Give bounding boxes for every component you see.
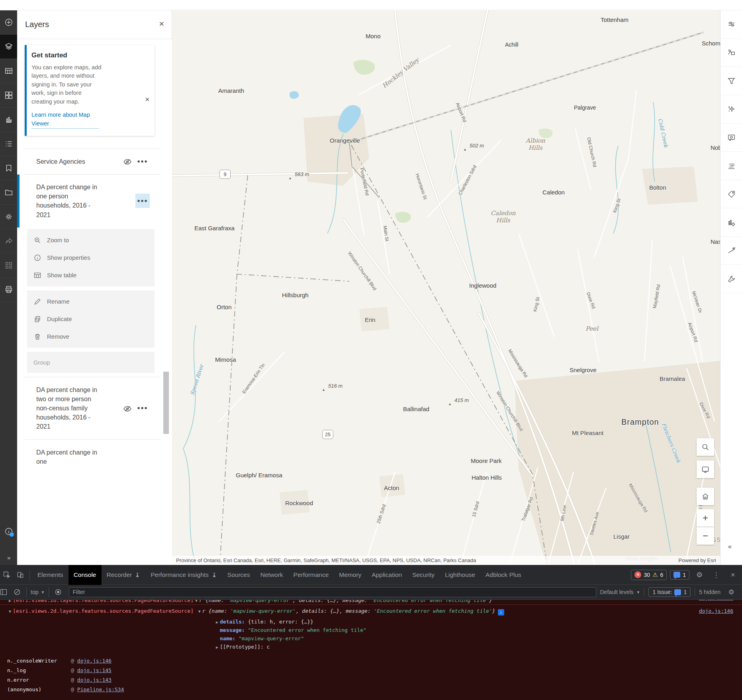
scrollbar-thumb[interactable] [163,372,169,434]
eye-slash-icon[interactable] [123,157,132,168]
menu-item-rename[interactable]: Rename [27,293,155,310]
toolbar-item-effects[interactable] [720,95,742,124]
sidebar-item-bookmarks[interactable] [0,156,17,180]
toolbar-item-popups[interactable] [720,124,742,152]
sidebar-item-share[interactable] [0,229,17,253]
toolbar-item-filter[interactable] [720,67,742,95]
menu-item-remove[interactable]: Remove [27,328,155,345]
layer-item[interactable]: Service Agencies••• [17,149,172,174]
devtools-tab-adblock-plus[interactable]: Adblock Plus [480,565,527,585]
devtools-tab-memory[interactable]: Memory [334,565,366,585]
sidebar-item-add[interactable] [0,10,17,35]
layer-item[interactable]: DA percent change in two or more person … [17,377,172,439]
toolbar-item-styles[interactable] [720,39,742,67]
menu-item-show-table[interactable]: Show table [27,267,155,284]
sidebar-item-basemap[interactable] [0,83,17,108]
live-expression-icon[interactable] [51,585,65,599]
source-link[interactable]: dojo.js:146 [699,608,733,614]
stack-source-link[interactable]: Pipeline.js:534 [77,686,124,692]
filter-placeholder: Filter [72,589,85,595]
devtools-tab-sources[interactable]: Sources [222,565,255,585]
context-selector[interactable]: top ▼ [29,589,46,595]
get-started-dismiss-button[interactable]: ✕ [145,96,150,103]
map-label: 415 m [454,397,469,403]
console-object-property: ▶message: "Encountered error when fetchi… [0,625,742,633]
layer-options-button[interactable]: ••• [135,154,150,169]
menu-item-show-properties[interactable]: Show properties [27,249,155,267]
console-sidebar-icon[interactable] [0,585,10,599]
map-label: Amaranth [218,87,244,94]
duplicate-icon [33,315,41,323]
toolbar-item-properties[interactable] [720,10,742,39]
toolbar-item-chart-config[interactable] [720,208,742,237]
devtools-tab-performance-insights[interactable]: Performance insights [145,565,222,585]
devtools-tab-recorder[interactable]: Recorder [102,565,146,585]
console-object-property[interactable]: ▶details: {tile: h, error: {…}} [0,616,742,625]
legend-icon [4,139,13,148]
sidebar-expand-button[interactable]: » [0,551,17,563]
map-label: ▲ [288,176,292,180]
panel-scrollbar[interactable] [163,71,169,565]
console-settings-icon[interactable]: ⚙ [724,585,738,599]
devtools-tab-security[interactable]: Security [407,565,440,585]
layer-item[interactable]: DA percent change in one [17,440,172,474]
sidebar-item-tables[interactable] [0,59,17,83]
error-count: 30 [644,572,650,578]
right-toolbar-collapse-button[interactable]: « [728,543,731,550]
info-badge-icon[interactable]: i [498,609,504,616]
sidebar-item-apps[interactable] [0,253,17,278]
devtools-menu-icon[interactable]: ⋮ [709,568,723,582]
stack-source-link[interactable]: dojo.js:143 [77,677,112,683]
console-status-badge[interactable]: ✕ 30 ⚠ 6 [631,570,667,580]
console-error-row[interactable]: ▼[esri.views.2d.layers.features.sources.… [0,605,742,616]
sidebar-item-save[interactable] [0,180,17,205]
sidebar-item-layers[interactable] [0,35,17,59]
map-label: Tottenham [601,16,628,23]
source-link[interactable]: dojo.js:146 [699,600,733,601]
monitor-icon [701,465,709,473]
devtools-tab-console[interactable]: Console [69,565,102,585]
layer-options-button[interactable]: ••• [135,401,150,416]
stack-source-link[interactable]: dojo.js:146 [77,658,112,664]
map-home-button[interactable] [697,488,714,505]
log-levels-selector[interactable]: Default levels ▼ [600,589,640,595]
eye-slash-icon[interactable] [123,404,132,415]
clear-console-icon[interactable] [10,585,24,599]
console-object-property[interactable]: ▶[[Prototype]]: c [0,641,742,650]
devtools-tab-application[interactable]: Application [366,565,407,585]
toolbar-item-labels[interactable] [720,152,742,180]
zoom-in-button[interactable]: + [697,509,714,527]
map-label: Halton Hills [472,474,502,481]
toolbar-item-fields[interactable] [720,180,742,208]
devtools-close-icon[interactable]: ✕ [726,568,740,582]
devtools-tab-elements[interactable]: Elements [32,565,69,585]
layer-item[interactable]: DA percent change in one person househol… [17,175,172,227]
devtools-settings-icon[interactable]: ⚙ [693,568,706,582]
devtools-tab-performance[interactable]: Performance [288,565,334,585]
panel-close-button[interactable]: ✕ [159,20,164,28]
devtools-tab-network[interactable]: Network [255,565,288,585]
notifications-button[interactable] [0,524,17,539]
issues-badge[interactable]: 1 [670,570,689,580]
gear-icon [4,212,13,221]
map-screen-button[interactable] [697,461,714,478]
console-filter-input[interactable]: Filter [69,587,596,597]
sidebar-item-legend[interactable] [0,132,17,156]
devtools-tab-lighthouse[interactable]: Lighthouse [440,565,480,585]
toolbar-item-analysis[interactable] [720,265,742,293]
menu-item-zoom-to[interactable]: Zoom to [27,231,155,249]
layer-options-button[interactable]: ••• [135,194,150,208]
map-search-button[interactable] [697,438,714,456]
zoom-out-button[interactable]: − [697,527,714,545]
device-toolbar-icon[interactable] [14,568,27,582]
stack-source-link[interactable]: dojo.js:145 [77,667,112,673]
sidebar-item-map-properties[interactable] [0,205,17,229]
sidebar-item-print[interactable] [0,278,17,302]
menu-item-duplicate[interactable]: Duplicate [27,310,155,328]
issues-counter[interactable]: 1 Issue: 1 [648,587,691,597]
toolbar-item-sketch[interactable] [720,237,742,265]
map-canvas[interactable]: TottenhamMonoAchillSchombergHockley Vall… [172,10,720,565]
sidebar-item-charts[interactable] [0,108,17,132]
learn-more-link[interactable]: Learn more about Map Viewer [31,111,99,129]
inspect-element-icon[interactable] [0,568,14,582]
